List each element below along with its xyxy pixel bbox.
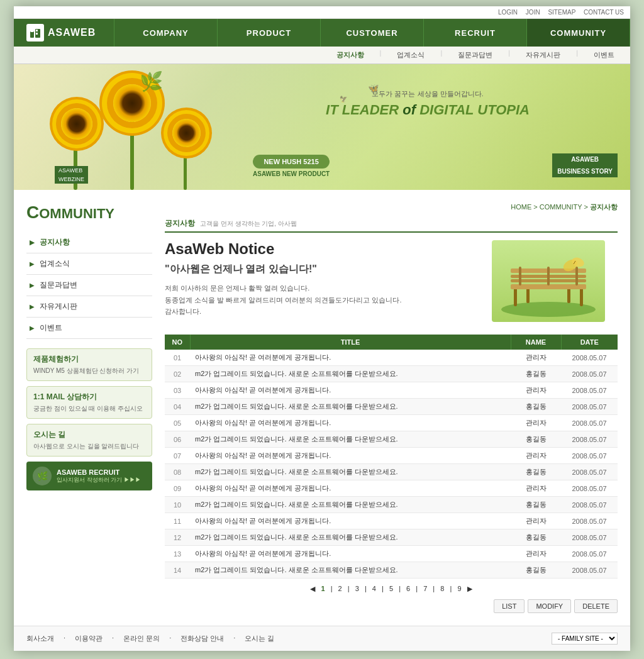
nav-recruit[interactable]: RECRUIT	[424, 19, 527, 47]
page-next[interactable]: ▶	[467, 585, 472, 592]
subnav-board[interactable]: 자유게시판	[523, 49, 564, 61]
delete-button[interactable]: DELETE	[574, 599, 618, 613]
table-row[interactable]: 05 아사왕의 아심작! 곧 여러분에게 공개됩니다. 관리자 2008.05.…	[165, 415, 618, 431]
table-row[interactable]: 06 m2가 업그레이드 되었습니다. 새로운 소프트웨어를 다운받으세요. 홍…	[165, 431, 618, 448]
table-row[interactable]: 07 아사왕의 아심작! 곧 여러분에게 공개됩니다. 관리자 2008.05.…	[165, 448, 618, 464]
page-2[interactable]: 2	[338, 585, 342, 592]
table-row[interactable]: 09 아사왕의 아심작! 곧 여러분에게 공개됩니다. 관리자 2008.05.…	[165, 480, 618, 497]
table-row[interactable]: 03 아사왕의 아심작! 곧 여러분에게 공개됩니다. 관리자 2008.05.…	[165, 382, 618, 399]
cell-title[interactable]: m2가 업그레이드 되었습니다. 새로운 소프트웨어를 다운받으세요.	[190, 431, 511, 448]
footer-inquiry[interactable]: 온라인 문의	[123, 634, 160, 643]
page-3[interactable]: 3	[355, 585, 359, 592]
cell-title[interactable]: 아사왕의 아심작! 곧 여러분에게 공개됩니다.	[190, 546, 511, 562]
cell-title[interactable]: 아사왕의 아심작! 곧 여러분에게 공개됩니다.	[190, 382, 511, 399]
widget-mail-consult[interactable]: 1:1 MAIL 상담하기 궁금한 점이 있으실 때 이용해 주십시오	[26, 386, 152, 419]
cell-name: 관리자	[511, 480, 561, 497]
bench-illustration	[492, 240, 605, 322]
subnav-qna[interactable]: 질문과답변	[455, 49, 496, 61]
footer-directions[interactable]: 오시는 길	[245, 634, 274, 643]
subnav-event[interactable]: 이벤트	[591, 49, 618, 61]
cell-title[interactable]: m2가 업그레이드 되었습니다. 새로운 소프트웨어를 다운받으세요.	[190, 464, 511, 480]
cell-title[interactable]: 아사왕의 아심작! 곧 여러분에게 공개됩니다.	[190, 350, 511, 366]
table-row[interactable]: 08 m2가 업그레이드 되었습니다. 새로운 소프트웨어를 다운받으세요. 홍…	[165, 464, 618, 480]
page-7[interactable]: 7	[423, 585, 427, 592]
sidebar-item-event[interactable]: ▶ 이벤트	[26, 318, 152, 339]
cell-name: 홍길동	[511, 431, 561, 448]
page-9[interactable]: 9	[457, 585, 461, 592]
nav-product[interactable]: PRODUCT	[218, 19, 321, 47]
topbar-login[interactable]: LOGIN	[498, 9, 518, 16]
widget-product-trial[interactable]: 제품체험하기 WINDY M5 상품체험단 신청하러 가기	[26, 348, 152, 381]
footer-terms[interactable]: 이용약관	[75, 634, 103, 643]
hero-webzine[interactable]: ASAWEB WEBZINE	[55, 166, 88, 184]
topbar-contactus[interactable]: CONTACT US	[584, 9, 624, 16]
logo[interactable]: ASAWEB	[14, 19, 114, 47]
page-6[interactable]: 6	[406, 585, 410, 592]
nav-customer[interactable]: CUSTOMER	[321, 19, 424, 47]
cell-title[interactable]: 아사왕의 아심작! 곧 여러분에게 공개됩니다.	[190, 448, 511, 464]
subnav-sep4: |	[576, 49, 578, 61]
table-row[interactable]: 12 m2가 업그레이드 되었습니다. 새로운 소프트웨어를 다운받으세요. 홍…	[165, 529, 618, 546]
cell-no: 08	[165, 464, 190, 480]
table-row[interactable]: 11 아사왕의 아심작! 곧 여러분에게 공개됩니다. 관리자 2008.05.…	[165, 513, 618, 529]
table-row[interactable]: 13 아사왕의 아심작! 곧 여러분에게 공개됩니다. 관리자 2008.05.…	[165, 546, 618, 562]
page-4[interactable]: 4	[372, 585, 376, 592]
webzine-label1: ASAWEB	[55, 166, 88, 175]
family-site-select[interactable]: - FAMILY SITE -	[552, 633, 618, 645]
notice-text-area: AsaWeb Notice "아사웹은 언제나 열려 있습니다!" 저희 이사하…	[165, 240, 479, 322]
topbar-join[interactable]: JOIN	[526, 9, 540, 16]
widget-directions[interactable]: 오시는 길 아사웹으로 오시는 길을 알려드립니다	[26, 424, 152, 457]
topbar-sitemap[interactable]: SITEMAP	[548, 9, 575, 16]
pagination: ◀ 1 | 2 | 3 | 4 | 5 | 6 | 7 | 8 | 9 ▶	[165, 585, 618, 593]
breadcrumb-section[interactable]: COMMUNITY	[540, 203, 582, 211]
notice-table: NO TITLE NAME DATE 01 아사왕의 아심작! 곧 여러분에게 …	[165, 335, 618, 579]
sidebar-item-notice[interactable]: ▶ 공지사항	[26, 232, 152, 253]
cell-date: 2008.05.07	[561, 448, 618, 464]
cell-name: 관리자	[511, 415, 561, 431]
cell-date: 2008.05.07	[561, 497, 618, 513]
modify-button[interactable]: MODIFY	[528, 599, 571, 613]
cell-date: 2008.05.07	[561, 382, 618, 399]
cell-title[interactable]: m2가 업그레이드 되었습니다. 새로운 소프트웨어를 다운받으세요.	[190, 497, 511, 513]
sidebar-item-freeboard[interactable]: ▶ 자유게시판	[26, 296, 152, 318]
page-prev[interactable]: ◀	[310, 585, 315, 592]
arrow-icon-qna: ▶	[30, 282, 35, 289]
table-row[interactable]: 01 아사왕의 아심작! 곧 여러분에게 공개됩니다. 관리자 2008.05.…	[165, 350, 618, 366]
footer-phone[interactable]: 전화상담 안내	[180, 634, 224, 643]
hero-subtitle: 모두가 꿈꾸는 세상을 만들어갑니다.	[326, 89, 530, 99]
sidebar-item-qna[interactable]: ▶ 질문과답변	[26, 275, 152, 296]
nav-community[interactable]: COMMUNITY	[527, 19, 630, 47]
cell-title[interactable]: 아사왕의 아심작! 곧 여러분에게 공개됩니다.	[190, 480, 511, 497]
recruit-banner[interactable]: 🌿 ASAWEB RECRUIT 입사지원서 작성하러 가기 ▶▶▶	[26, 462, 152, 490]
table-row[interactable]: 02 m2가 업그레이드 되었습니다. 새로운 소프트웨어를 다운받으세요. 홍…	[165, 366, 618, 382]
breadcrumb-sep2: >	[584, 203, 590, 211]
cell-no: 10	[165, 497, 190, 513]
col-date: DATE	[561, 335, 618, 350]
list-button[interactable]: LIST	[494, 599, 525, 613]
hero-biz-story[interactable]: ASAWEB BUSINESS STORY	[552, 153, 618, 177]
cell-title[interactable]: 아사왕의 아심작! 곧 여러분에게 공개됩니다.	[190, 513, 511, 529]
page-1[interactable]: 1	[321, 585, 325, 592]
sidebar-item-industry[interactable]: ▶ 업계소식	[26, 253, 152, 275]
nav-company[interactable]: COMPANY	[114, 19, 218, 47]
table-body: 01 아사왕의 아심작! 곧 여러분에게 공개됩니다. 관리자 2008.05.…	[165, 350, 618, 579]
logo-text: ASAWEB	[48, 27, 96, 38]
section-header: 공지사항 고객을 먼저 생각하는 기업, 아사웹	[165, 218, 618, 233]
table-row[interactable]: 04 m2가 업그레이드 되었습니다. 새로운 소프트웨어를 다운받으세요. 홍…	[165, 399, 618, 415]
cell-title[interactable]: m2가 업그레이드 되었습니다. 새로운 소프트웨어를 다운받으세요.	[190, 366, 511, 382]
subnav-notice[interactable]: 공지사항	[333, 49, 367, 61]
table-row[interactable]: 10 m2가 업그레이드 되었습니다. 새로운 소프트웨어를 다운받으세요. 홍…	[165, 497, 618, 513]
page-sep7: |	[433, 585, 435, 592]
sidebar-notice-label: 공지사항	[40, 237, 70, 248]
page-8[interactable]: 8	[440, 585, 444, 592]
hero-product[interactable]: NEW HUSH 5215 ASAWEB NEW PRODUCT	[253, 155, 330, 177]
footer-company[interactable]: 회사소개	[26, 634, 54, 643]
page-5[interactable]: 5	[389, 585, 393, 592]
cell-title[interactable]: m2가 업그레이드 되었습니다. 새로운 소프트웨어를 다운받으세요.	[190, 529, 511, 546]
cell-title[interactable]: m2가 업그레이드 되었습니다. 새로운 소프트웨어를 다운받으세요.	[190, 399, 511, 415]
subnav-industry[interactable]: 업계소식	[394, 49, 428, 61]
table-row[interactable]: 14 m2가 업그레이드 되었습니다. 새로운 소프트웨어를 다운받으세요. 홍…	[165, 562, 618, 579]
cell-title[interactable]: 아사왕의 아심작! 곧 여러분에게 공개됩니다.	[190, 415, 511, 431]
cell-title[interactable]: m2가 업그레이드 되었습니다. 새로운 소프트웨어를 다운받으세요.	[190, 562, 511, 579]
breadcrumb-home[interactable]: HOME	[511, 203, 531, 211]
